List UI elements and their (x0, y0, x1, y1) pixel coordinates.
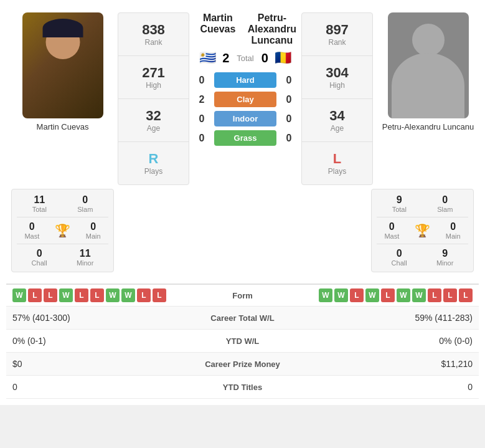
left-name-header: Martin Cuevas (194, 12, 242, 35)
hard-right-score: 0 (283, 75, 295, 86)
right-plays-label: Plays (328, 167, 346, 176)
left-age-label: Age (147, 124, 160, 133)
left-form-badge-10: L (153, 288, 166, 302)
right-form-badge-7: W (412, 288, 426, 302)
left-stat-row-2: 0 Mast 🏆 0 Main (17, 221, 108, 244)
left-stats-card: 838 Rank 271 High 32 Age R Plays (118, 12, 189, 185)
left-high-value: 271 (142, 65, 165, 81)
flags-score-row: 🇺🇾 2 Total 0 🇷🇴 (193, 50, 298, 70)
hard-left-score: 0 (195, 75, 208, 86)
names-header-row: Martin Cuevas Petru-Alexandru Luncanu (193, 12, 298, 50)
right-rank-value: 897 (326, 22, 349, 38)
right-stats-card: 897 Rank 304 High 34 Age L Plays (301, 12, 373, 185)
right-slam-label: Slam (437, 206, 453, 213)
prize-money-label: Career Prize Money (181, 360, 305, 369)
right-mast-label: Mast (384, 232, 399, 240)
ytd-titles-left: 0 (12, 382, 181, 392)
left-main-value: 0 (90, 221, 96, 232)
right-main-label: Main (446, 232, 461, 240)
right-chall-value: 0 (397, 248, 402, 259)
left-chall-label: Chall (32, 259, 47, 267)
total-score-display: 2 Total 0 (222, 51, 268, 65)
right-minor-value: 9 (442, 248, 448, 259)
ytd-wl-left: 0% (0-1) (12, 336, 181, 346)
career-total-row: 57% (401-300) Career Total W/L 59% (411-… (6, 307, 479, 330)
left-total-score: 2 (222, 51, 229, 65)
left-form-badge-5: L (75, 288, 88, 302)
left-total-value: 11 (34, 194, 45, 206)
left-plays-value: R (149, 151, 159, 167)
total-label: Total (237, 54, 253, 63)
ytd-titles-label: YTD Titles (181, 383, 305, 392)
right-stat-row-2: 0 Mast 🏆 0 Main (377, 221, 468, 244)
right-rank-cell: 897 Rank (302, 13, 372, 56)
indoor-right-score: 0 (283, 113, 295, 125)
right-stat-row-1: 9 Total 0 Slam (377, 194, 468, 217)
right-age-label: Age (331, 124, 344, 133)
right-mast-stat: 0 Mast (384, 221, 399, 240)
indoor-left-score: 0 (195, 113, 208, 125)
right-age-value: 34 (329, 108, 344, 124)
right-total-value: 9 (397, 194, 402, 206)
left-minor-stat: 11 Minor (77, 248, 94, 267)
right-player-area: Petru-Alexandru Luncanu (377, 12, 479, 131)
right-player-name: Petru-Alexandru Luncanu (382, 122, 474, 131)
main-container: Martin Cuevas 838 Rank 271 High 32 Age R… (0, 0, 485, 405)
ytd-titles-row: 0 YTD Titles 0 (6, 376, 479, 399)
career-total-right: 59% (411-283) (305, 313, 473, 323)
right-form-badge-5: L (381, 288, 395, 302)
right-stat-row-3: 0 Chall 9 Minor (377, 248, 468, 267)
right-name-header: Petru-Alexandru Luncanu (248, 12, 296, 46)
right-high-value: 304 (326, 65, 349, 81)
right-chall-stat: 0 Chall (392, 248, 407, 267)
ytd-wl-row: 0% (0-1) YTD W/L 0% (0-0) (6, 330, 479, 353)
ytd-titles-right: 0 (305, 382, 473, 392)
right-form-badge-8: L (428, 288, 441, 302)
grass-left-score: 0 (195, 133, 208, 144)
left-chall-stat: 0 Chall (32, 248, 47, 267)
bottom-section: W L L W L L W W L L Form W W L W L W W L (6, 284, 479, 399)
right-plays-value: L (333, 151, 341, 167)
right-detail-stats: 9 Total 0 Slam 0 Mast 🏆 0 Main (371, 189, 474, 272)
clay-button[interactable]: Clay (214, 92, 276, 107)
left-form-badge-4: W (59, 288, 73, 302)
indoor-button[interactable]: Indoor (214, 111, 276, 126)
surface-row-grass: 0 Grass 0 (195, 130, 295, 146)
left-trophy-icon: 🏆 (55, 223, 70, 238)
right-total-label: Total (392, 206, 407, 213)
right-main-stat: 0 Main (446, 221, 461, 240)
right-high-cell: 304 High (302, 56, 372, 99)
surface-row-hard: 0 Hard 0 (195, 72, 295, 88)
player-detail-stats: 11 Total 0 Slam 0 Mast 🏆 0 Main (6, 189, 479, 277)
left-total-label: Total (32, 206, 47, 213)
right-minor-stat: 9 Minor (436, 248, 454, 267)
right-plays-cell: L Plays (302, 142, 372, 184)
left-slam-value: 0 (82, 194, 88, 206)
form-row: W L L W L L W W L L Form W W L W L W W L (6, 285, 479, 307)
left-player-photo (22, 12, 103, 118)
right-chall-label: Chall (392, 259, 407, 267)
left-form-badge-7: W (106, 288, 120, 302)
right-total-score: 0 (261, 51, 268, 65)
left-form-badge-1: W (12, 288, 26, 302)
right-main-value: 0 (450, 221, 456, 232)
clay-right-score: 0 (283, 94, 295, 105)
left-form-badges: W L L W L L W W L L (12, 288, 205, 302)
left-chall-value: 0 (37, 248, 42, 259)
left-player-name: Martin Cuevas (37, 122, 89, 131)
prize-money-left: $0 (12, 359, 181, 369)
left-stat-row-3: 0 Chall 11 Minor (17, 248, 108, 267)
left-mast-label: Mast (24, 232, 39, 240)
left-stat-row-1: 11 Total 0 Slam (17, 194, 108, 217)
grass-button[interactable]: Grass (214, 130, 276, 146)
surface-row-indoor: 0 Indoor 0 (195, 111, 295, 126)
left-player-area: Martin Cuevas (11, 12, 114, 131)
left-mast-value: 0 (29, 221, 35, 232)
left-mast-stat: 0 Mast (24, 221, 39, 240)
right-form-badge-1: W (319, 288, 332, 302)
right-form-badge-3: L (350, 288, 364, 302)
left-flag: 🇺🇾 (199, 50, 216, 66)
hard-button[interactable]: Hard (214, 72, 276, 88)
career-total-left: 57% (401-300) (12, 313, 181, 323)
left-detail-stats: 11 Total 0 Slam 0 Mast 🏆 0 Main (11, 189, 114, 272)
